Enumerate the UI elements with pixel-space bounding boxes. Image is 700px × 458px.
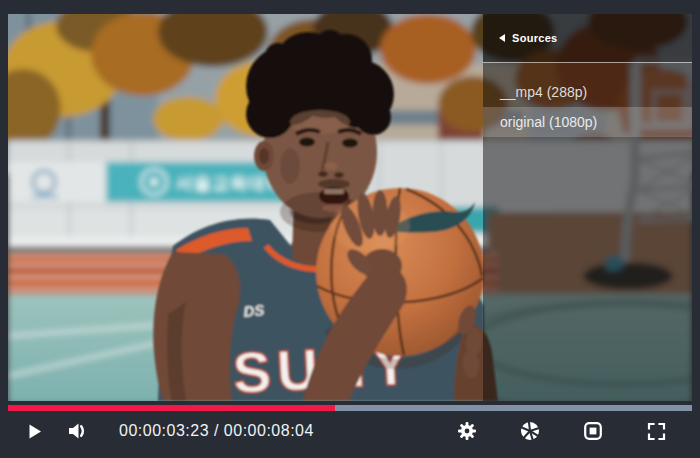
settings-button[interactable] — [447, 413, 487, 449]
aperture-icon — [520, 421, 540, 441]
jersey-chest-text: DS — [243, 301, 265, 320]
time-display: 00:00:03:23 / 00:00:08:04 — [119, 422, 314, 440]
source-item-mp4-288p[interactable]: __mp4 (288p) — [483, 77, 692, 107]
volume-button[interactable] — [57, 413, 97, 449]
sources-menu-title: Sources — [512, 32, 558, 44]
play-button[interactable] — [14, 413, 54, 449]
picture-in-picture-button[interactable] — [573, 413, 613, 449]
screenshot-button[interactable] — [510, 413, 550, 449]
chevron-left-icon — [499, 34, 505, 42]
sources-menu: Sources __mp4 (288p) original (1080p) — [483, 14, 692, 401]
volume-icon — [66, 421, 88, 441]
sources-menu-header[interactable]: Sources — [483, 14, 692, 62]
control-bar: 00:00:03:23 / 00:00:08:04 — [0, 401, 700, 458]
video-player: 서울교육대학교 — [0, 0, 700, 458]
source-item-original-1080p[interactable]: original (1080p) — [483, 107, 692, 137]
play-icon — [25, 422, 44, 441]
fullscreen-button[interactable] — [636, 413, 676, 449]
picture-in-picture-icon — [583, 421, 603, 441]
fullscreen-icon — [647, 422, 666, 441]
gear-icon — [457, 421, 477, 441]
